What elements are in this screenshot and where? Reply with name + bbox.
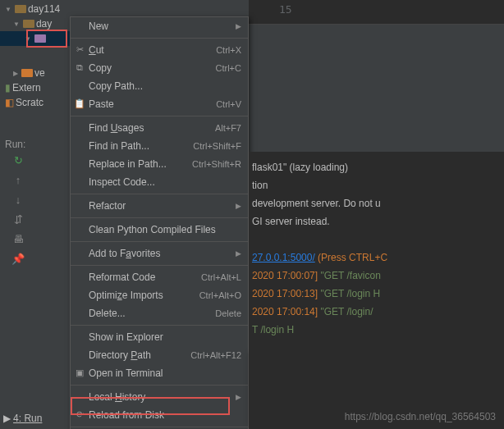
menu-paste[interactable]: 📋PasteCtrl+V [71,95,248,113]
console-link[interactable]: 27.0.0.1:5000/ [252,252,315,263]
menu-favorites[interactable]: Add to Favorites▶ [71,244,248,262]
copy-icon: ⧉ [74,62,85,74]
run-toolbar: ↻ ↑ ↓ ⇵ 🖶 📌 [11,154,25,266]
terminal-icon: ▣ [74,367,85,379]
menu-show-explorer[interactable]: Show in Explorer [71,328,248,346]
tree-label: day114 [28,3,60,15]
tree-item[interactable]: day114 [0,2,74,16]
menu-optimize[interactable]: Optimize ImportsCtrl+Alt+O [71,286,248,304]
menu-new[interactable]: New▶ [71,17,248,35]
bottom-bar[interactable]: ▶ 4: Run [3,413,42,424]
console-line: 2020 17:00:13] "GET /login H [252,285,501,303]
menu-cut[interactable]: ✂CutCtrl+X [71,41,248,59]
console-line: flask01" (lazy loading) [252,158,501,176]
folder-icon [15,5,26,13]
run-tab-label: 4: Run [13,413,42,424]
line-number: 15 [279,3,292,16]
cut-icon: ✂ [74,44,85,56]
wrap-icon[interactable]: ⇵ [11,213,25,226]
console-line: development server. Do not u [252,194,501,212]
menu-open-terminal[interactable]: ▣Open in Terminal [71,364,248,382]
folder-icon [21,69,33,77]
console-line: tion [252,176,501,194]
down-icon[interactable]: ↓ [11,194,25,207]
tree-label: Scratc [16,97,44,108]
up-icon[interactable]: ↑ [11,174,25,187]
tree-label: Extern [12,82,41,94]
tree-label: day [36,18,52,30]
run-panel: Run: [0,135,41,153]
tree-label: ve [34,67,45,79]
menu-reformat[interactable]: Reformat CodeCtrl+Alt+L [71,268,248,286]
console-line: 2020 17:00:14] "GET /login/ [252,303,501,321]
lib-icon: ▮ [5,82,11,94]
menu-refactor[interactable]: Refactor▶ [71,197,248,215]
rerun-icon[interactable]: ↻ [11,154,25,167]
console-line: T /login H [252,321,501,339]
paste-icon: 📋 [74,98,85,110]
pin-icon[interactable]: 📌 [11,253,25,266]
console-line: 2020 17:00:07] "GET /favicon [252,267,501,285]
folder-icon [23,20,34,28]
menu-clean-pyc[interactable]: Clean Python Compiled Files [71,221,248,239]
tree-item[interactable]: ▮Extern [0,80,74,95]
context-menu: New▶ ✂CutCtrl+X ⧉CopyCtrl+C Copy Path...… [70,16,249,429]
menu-copy-path[interactable]: Copy Path... [71,77,248,95]
scratch-icon: ◧ [5,97,14,108]
menu-reload[interactable]: ⟳Reload from Disk [71,406,248,424]
menu-replace-in-path[interactable]: Replace in Path...Ctrl+Shift+R [71,155,248,173]
console-line: 27.0.0.1:5000/ (Press CTRL+C [252,249,501,267]
menu-copy[interactable]: ⧉CopyCtrl+C [71,59,248,77]
menu-inspect[interactable]: Inspect Code... [71,173,248,191]
watermark: https://blog.csdn.net/qq_36564503 [345,411,496,422]
console-output: flask01" (lazy loading) tion development… [249,152,504,429]
run-label: Run: [0,135,41,153]
console-line: GI server instead. [252,212,501,230]
print-icon[interactable]: 🖶 [11,233,25,246]
tree-item[interactable]: ve [0,66,74,80]
menu-local-history[interactable]: Local History▶ [71,388,248,406]
reload-icon: ⟳ [74,409,85,421]
run-arrow-icon: ▶ [3,413,11,424]
menu-find-usages[interactable]: Find UsagesAlt+F7 [71,119,248,137]
menu-delete[interactable]: Delete...Delete [71,304,248,322]
menu-find-in-path[interactable]: Find in Path...Ctrl+Shift+F [71,137,248,155]
tree-item[interactable]: ◧Scratc [0,95,74,110]
menu-directory-path[interactable]: Directory PathCtrl+Alt+F12 [71,346,248,364]
annotation-box [26,30,67,48]
